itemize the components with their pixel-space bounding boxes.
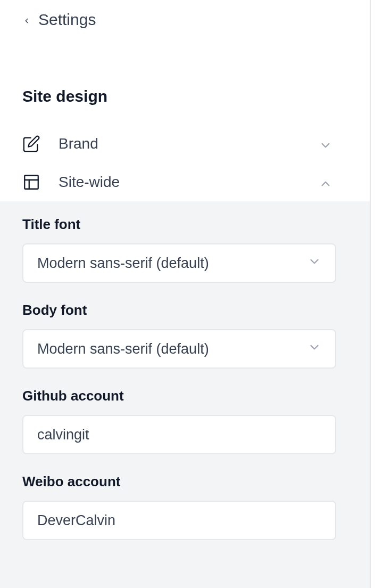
github-account-label: Github account — [22, 388, 347, 404]
back-to-settings[interactable]: Settings — [0, 0, 370, 29]
title-font-label: Title font — [22, 216, 347, 233]
site-wide-section-row[interactable]: Site-wide — [0, 163, 370, 201]
site-wide-section-label: Site-wide — [59, 174, 319, 191]
weibo-account-label: Weibo account — [22, 473, 347, 490]
body-font-label: Body font — [22, 302, 347, 318]
body-font-select[interactable]: Modern sans-serif (default) — [22, 329, 336, 369]
title-font-value: Modern sans-serif (default) — [37, 255, 307, 272]
brand-pencil-icon — [22, 135, 40, 153]
chevron-down-icon — [307, 255, 321, 272]
chevron-up-icon — [319, 177, 329, 187]
weibo-account-input[interactable] — [37, 512, 321, 529]
brand-section-label: Brand — [59, 135, 319, 152]
title-font-select[interactable]: Modern sans-serif (default) — [22, 243, 336, 283]
chevron-down-icon — [319, 138, 329, 149]
brand-section-row[interactable]: Brand — [0, 125, 370, 163]
chevron-down-icon — [307, 340, 321, 358]
site-wide-panel: Title font Modern sans-serif (default) B… — [0, 201, 370, 588]
layout-icon — [22, 173, 40, 191]
chevron-left-icon — [22, 17, 31, 25]
github-account-input[interactable] — [37, 427, 321, 443]
svg-rect-0 — [24, 175, 38, 189]
body-font-value: Modern sans-serif (default) — [37, 341, 307, 357]
site-design-heading: Site design — [0, 29, 370, 105]
header-back-label: Settings — [38, 11, 96, 29]
